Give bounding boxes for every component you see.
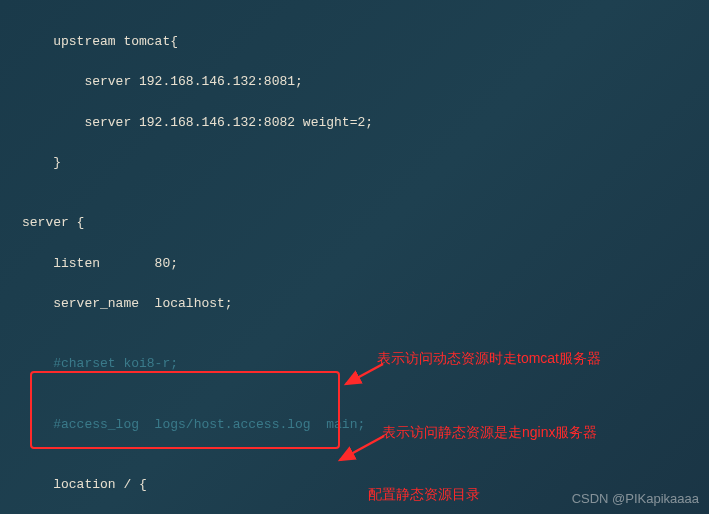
nginx-config-code: upstream tomcat{ server 192.168.146.132:… [0,0,709,514]
code-line: } [22,153,709,173]
code-line: server_name localhost; [22,294,709,314]
annotation-root-dir: 配置静态资源目录 [368,486,480,504]
code-comment: #charset koi8-r; [22,354,709,374]
annotation-static-resource: 表示访问静态资源是走nginx服务器 [382,424,597,442]
annotation-dynamic-resource: 表示访问动态资源时走tomcat服务器 [377,350,601,368]
code-line: server { [22,213,709,233]
code-line: upstream tomcat{ [22,32,709,52]
code-comment: #access_log logs/host.access.log main; [22,415,709,435]
code-line: listen 80; [22,254,709,274]
code-line: server 192.168.146.132:8082 weight=2; [22,113,709,133]
code-line: server 192.168.146.132:8081; [22,72,709,92]
watermark-text: CSDN @PIKapikaaaa [572,491,699,506]
